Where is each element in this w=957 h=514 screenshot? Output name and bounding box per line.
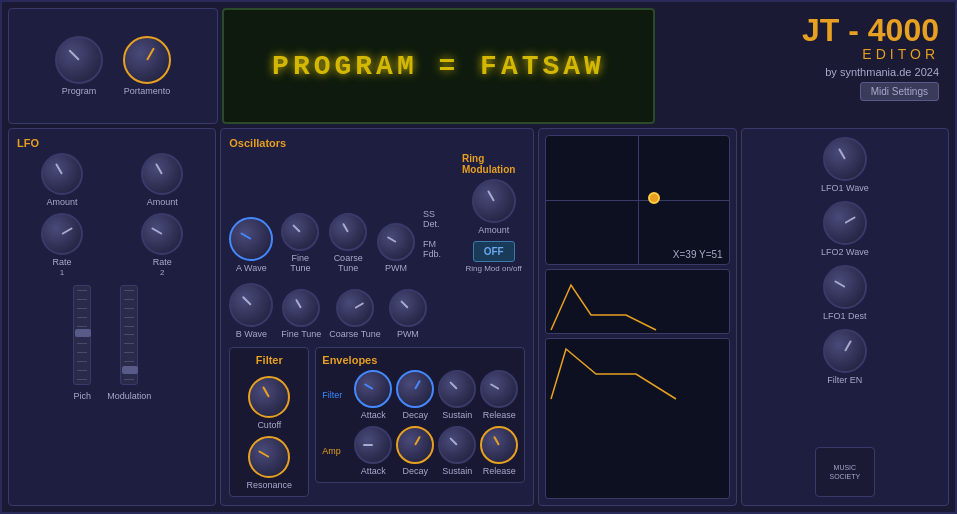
amp-release-label: Release	[483, 466, 516, 476]
lfo-rate1-label: Rate1	[53, 257, 72, 277]
filter-en-knob[interactable]	[823, 329, 867, 373]
lfo1-dest-label: LFO1 Dest	[823, 311, 867, 321]
lfo1-dest-knob[interactable]	[823, 265, 867, 309]
fine-tune1-knob[interactable]	[281, 213, 319, 251]
pwm2-label: PWM	[397, 329, 419, 339]
coarse-tune2-group: Coarse Tune	[329, 289, 381, 339]
filter-en-label: Filter EN	[827, 375, 862, 385]
lfo-rate2-group: Rate2	[117, 213, 207, 277]
a-wave-knob[interactable]	[229, 217, 273, 261]
amp-release-group: Release	[480, 426, 518, 476]
amp-sustain-knob[interactable]	[438, 426, 476, 464]
lfo-amount1-group: Amount	[17, 153, 107, 207]
xy-dot	[648, 192, 660, 204]
prog-panel: Program Portamento	[8, 8, 218, 124]
filter-decay-label: Decay	[403, 410, 429, 420]
lfo2-wave-knob[interactable]	[823, 201, 867, 245]
b-wave-group: B Wave	[229, 283, 273, 339]
fine-tune2-label: Fine Tune	[281, 329, 321, 339]
filter-release-knob[interactable]	[480, 370, 518, 408]
midi-settings-button[interactable]: Midi Settings	[860, 82, 939, 101]
filter-title: Filter	[256, 354, 283, 366]
lfo-panel: LFO Amount Amount Rate1	[8, 128, 216, 506]
lfo1-wave-knob[interactable]	[823, 137, 867, 181]
fm-fdb-label: FM Fdb.	[423, 239, 450, 259]
amp-adsr-chart	[545, 338, 729, 499]
filter-env-label: Filter	[322, 390, 350, 400]
filter-sustain-knob[interactable]	[438, 370, 476, 408]
b-wave-label: B Wave	[236, 329, 267, 339]
modulation-slider[interactable]	[120, 285, 138, 385]
pwm2-knob[interactable]	[389, 289, 427, 327]
filter-decay-group: Decay	[396, 370, 434, 420]
pich-slider[interactable]	[73, 285, 91, 385]
pwm1-group: PWM	[377, 223, 415, 273]
filter-sustain-label: Sustain	[442, 410, 472, 420]
coarse-tune1-knob[interactable]	[329, 213, 367, 251]
center-panel: X=39 Y=51	[538, 128, 736, 506]
program-knob-group: Program	[55, 36, 103, 96]
amp-decay-group: Decay	[396, 426, 434, 476]
amp-decay-knob[interactable]	[396, 426, 434, 464]
portamento-knob[interactable]	[123, 36, 171, 84]
pich-slider-label: Pich	[73, 391, 91, 401]
a-wave-group: A Wave	[229, 217, 273, 273]
filter-attack-label: Attack	[361, 410, 386, 420]
ring-amount-knob[interactable]	[472, 179, 516, 223]
lfo-amount1-label: Amount	[47, 197, 78, 207]
lfo-rate1-knob[interactable]	[41, 213, 83, 255]
xy-crosshair-v	[638, 136, 639, 264]
lfo-rate1-group: Rate1	[17, 213, 107, 277]
osc-title: Oscillators	[229, 137, 525, 149]
modulation-slider-label: Modulation	[107, 391, 151, 401]
portamento-label: Portamento	[124, 86, 171, 96]
fine-tune2-knob[interactable]	[282, 289, 320, 327]
top-row: Program Portamento PROGRAM = FATSAW JT -…	[8, 8, 949, 124]
lfo-title: LFO	[17, 137, 207, 149]
amp-sustain-group: Sustain	[438, 426, 476, 476]
lcd-text: PROGRAM = FATSAW	[272, 51, 605, 82]
pwm1-label: PWM	[385, 263, 407, 273]
ring-mod-toggle[interactable]: OFF	[473, 241, 515, 262]
music-society-text: MUSICSOCIETY	[829, 463, 860, 481]
amp-attack-label: Attack	[361, 466, 386, 476]
bottom-row: LFO Amount Amount Rate1	[8, 128, 949, 506]
amp-sustain-label: Sustain	[442, 466, 472, 476]
right-panel: LFO1 Wave LFO2 Wave LFO1 Dest Filter EN …	[741, 128, 949, 506]
pich-slider-group: Pich	[73, 285, 91, 401]
filter-decay-knob[interactable]	[396, 370, 434, 408]
music-society-badge: MUSICSOCIETY	[815, 447, 875, 497]
program-knob[interactable]	[55, 36, 103, 84]
xy-pad[interactable]: X=39 Y=51	[545, 135, 729, 265]
coarse-tune1-group: Coarse Tune	[327, 213, 369, 273]
fine-tune1-group: Fine Tune	[281, 213, 319, 273]
lfo-amount2-group: Amount	[117, 153, 207, 207]
coarse-tune2-knob[interactable]	[336, 289, 374, 327]
ring-mod-title: Ring Modulation	[462, 153, 525, 175]
amp-attack-knob[interactable]	[354, 426, 392, 464]
program-label: Program	[62, 86, 97, 96]
filter-attack-knob[interactable]	[354, 370, 392, 408]
title-panel: JT - 4000 EDITOR by synthmania.de 2024 M…	[659, 8, 949, 124]
coarse-tune2-label: Coarse Tune	[329, 329, 381, 339]
filter-en-group: Filter EN	[823, 329, 867, 385]
ring-mod-on-off-label: Ring Mod on/off	[462, 264, 525, 273]
amp-release-knob[interactable]	[480, 426, 518, 464]
filter-subpanel: Filter Cutoff Resonance	[229, 347, 309, 497]
ring-amount-group: Amount	[462, 179, 525, 235]
resonance-knob[interactable]	[248, 436, 290, 478]
a-wave-label: A Wave	[236, 263, 267, 273]
lfo-rate2-knob[interactable]	[141, 213, 183, 255]
cutoff-knob[interactable]	[248, 376, 290, 418]
fine-tune2-group: Fine Tune	[281, 289, 321, 339]
resonance-label: Resonance	[247, 480, 293, 490]
envelopes-title: Envelopes	[322, 354, 518, 366]
pwm1-knob[interactable]	[377, 223, 415, 261]
filter-attack-group: Attack	[354, 370, 392, 420]
lfo-amount1-knob[interactable]	[41, 153, 83, 195]
lfo-amount2-knob[interactable]	[141, 153, 183, 195]
ring-amount-label: Amount	[478, 225, 509, 235]
lfo-rate2-label: Rate2	[153, 257, 172, 277]
b-wave-knob[interactable]	[229, 283, 273, 327]
cutoff-label: Cutoff	[257, 420, 281, 430]
